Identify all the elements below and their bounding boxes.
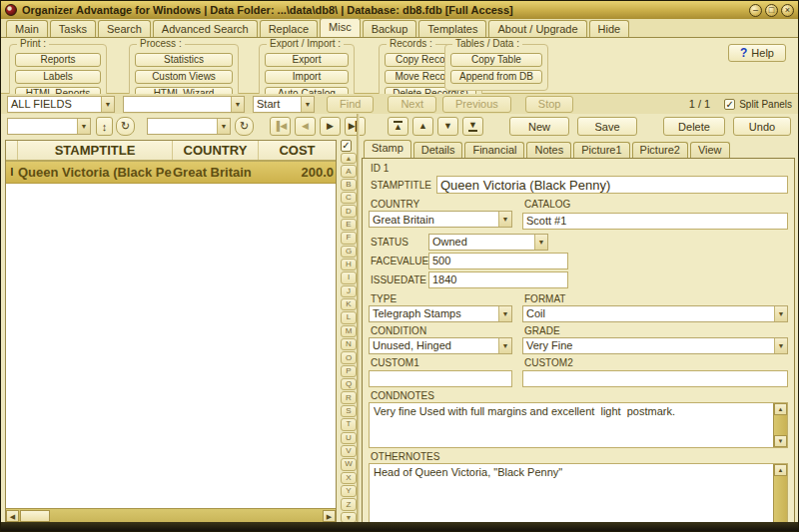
match-mode-combo[interactable]: Start ▼ xyxy=(253,96,315,113)
custom1-input[interactable] xyxy=(369,370,512,387)
alphabet-letter-button[interactable]: S xyxy=(341,405,357,417)
export-button[interactable]: Export xyxy=(265,53,349,67)
alphabet-letter-button[interactable]: V xyxy=(341,445,357,457)
new-button[interactable]: New xyxy=(509,117,569,136)
alphabet-letter-button[interactable]: Z xyxy=(341,498,357,510)
alphabet-letter-button[interactable]: H xyxy=(341,259,357,270)
maximize-button[interactable]: □ xyxy=(765,4,778,17)
refresh-button-2[interactable]: ↻ xyxy=(235,117,254,136)
import-button[interactable]: Import xyxy=(265,70,349,84)
alphabet-up-button[interactable]: ▲ xyxy=(341,153,357,164)
alphabet-letter-button[interactable]: T xyxy=(341,418,357,430)
nav-prev-button[interactable]: ◀ xyxy=(295,117,316,136)
custom-views-button[interactable]: Custom Views xyxy=(135,70,233,84)
alphabet-letter-button[interactable]: B xyxy=(341,179,357,191)
chevron-down-icon[interactable]: ▼ xyxy=(498,212,511,227)
condition-combo[interactable]: Unused, Hinged ▼ xyxy=(369,337,512,354)
detail-tab-notes[interactable]: Notes xyxy=(526,142,571,158)
sort-button[interactable]: ↕ xyxy=(96,117,113,136)
field-selector-combo[interactable]: ALL FIELDS ▼ xyxy=(7,96,115,113)
detail-tab-view[interactable]: View xyxy=(690,142,730,158)
chevron-down-icon[interactable]: ▼ xyxy=(301,97,314,112)
tab-backup[interactable]: Backup xyxy=(363,20,417,37)
condnotes-scrollbar[interactable]: ▲ ▼ xyxy=(773,403,787,447)
scroll-right-icon[interactable]: ▶ xyxy=(323,510,336,522)
alphabet-letter-button[interactable]: D xyxy=(341,205,357,217)
stamptitle-column-header[interactable]: STAMPTITLE xyxy=(18,141,173,160)
chevron-down-icon[interactable]: ▼ xyxy=(101,97,114,112)
filter-combo-2[interactable]: ▼ xyxy=(147,118,231,135)
tab-misc[interactable]: Misc xyxy=(320,18,361,37)
scroll-up-icon[interactable]: ▲ xyxy=(774,464,787,476)
record-next-button[interactable]: ▼ xyxy=(437,117,458,136)
scroll-down-icon[interactable]: ▼ xyxy=(774,435,787,447)
chevron-down-icon[interactable]: ▼ xyxy=(534,235,547,250)
alphabet-letter-button[interactable]: P xyxy=(341,365,357,377)
minimize-button[interactable]: – xyxy=(749,4,762,17)
alphabet-letter-button[interactable]: E xyxy=(341,219,357,231)
copy-table-button[interactable]: Copy Table xyxy=(450,53,542,67)
alphabet-letter-button[interactable]: G xyxy=(341,246,357,258)
alphabet-letter-button[interactable]: A xyxy=(341,165,357,177)
cost-column-header[interactable]: COST xyxy=(259,141,336,160)
type-combo[interactable]: Telegraph Stamps ▼ xyxy=(369,305,512,322)
split-panels-checkbox[interactable]: ✓ xyxy=(724,99,735,110)
table-row[interactable]: I Queen Victoria (Black Pe Great Britain… xyxy=(6,162,336,184)
alphabet-letter-button[interactable]: C xyxy=(341,192,357,204)
format-combo[interactable]: Coil ▼ xyxy=(522,305,788,322)
chevron-down-icon[interactable]: ▼ xyxy=(77,119,90,134)
help-button[interactable]: ? Help xyxy=(728,44,786,62)
alphabet-letter-button[interactable]: J xyxy=(341,285,357,297)
tab-hide[interactable]: Hide xyxy=(589,20,630,37)
scroll-left-icon[interactable]: ◀ xyxy=(6,510,19,522)
detail-tab-picture2[interactable]: Picture2 xyxy=(632,142,688,158)
tab-templates[interactable]: Templates xyxy=(418,20,486,37)
custom2-input[interactable] xyxy=(522,370,788,387)
alphabet-letter-button[interactable]: Y xyxy=(341,485,357,497)
alphabet-letter-button[interactable]: N xyxy=(341,338,357,350)
next-button[interactable]: Next xyxy=(388,96,436,113)
tab-replace[interactable]: Replace xyxy=(260,20,318,37)
chevron-down-icon[interactable]: ▼ xyxy=(231,97,244,112)
chevron-down-icon[interactable]: ▼ xyxy=(774,338,787,353)
chevron-down-icon[interactable]: ▼ xyxy=(498,338,511,353)
alphabet-letter-button[interactable]: W xyxy=(341,458,357,470)
country-combo[interactable]: Great Britain ▼ xyxy=(369,211,512,228)
stop-button[interactable]: Stop xyxy=(525,96,574,113)
table-h-scrollbar[interactable]: ◀ ▶ xyxy=(6,508,336,522)
tab-tasks[interactable]: Tasks xyxy=(50,20,96,37)
alphabet-letter-button[interactable]: O xyxy=(341,351,357,363)
condnotes-textarea[interactable]: Very fine Used with full margins and exc… xyxy=(369,402,788,448)
nav-next-button[interactable]: ▶ xyxy=(320,117,341,136)
record-first-button[interactable]: ▲ xyxy=(388,117,408,136)
alphabet-letter-button[interactable]: K xyxy=(341,298,357,310)
alphabet-letter-button[interactable]: U xyxy=(341,432,357,444)
statistics-button[interactable]: Statistics xyxy=(135,53,233,67)
alphabet-letter-button[interactable]: F xyxy=(341,232,357,244)
filter-combo-1[interactable]: ▼ xyxy=(7,118,91,135)
record-prev-button[interactable]: ▲ xyxy=(412,117,433,136)
record-last-button[interactable]: ▼ xyxy=(462,117,483,136)
detail-tab-picture1[interactable]: Picture1 xyxy=(573,142,629,158)
catalog-input[interactable] xyxy=(522,213,788,230)
country-column-header[interactable]: COUNTRY xyxy=(173,141,259,160)
reports-button[interactable]: Reports xyxy=(15,53,101,67)
issuedate-input[interactable] xyxy=(428,271,568,288)
find-button[interactable]: Find xyxy=(327,96,374,113)
alphabet-letter-button[interactable]: I xyxy=(341,271,357,283)
grade-combo[interactable]: Very Fine ▼ xyxy=(522,337,788,354)
scrollbar-thumb[interactable] xyxy=(20,510,50,522)
facevalue-input[interactable] xyxy=(428,253,568,269)
tab-search[interactable]: Search xyxy=(98,20,151,37)
append-from-db-button[interactable]: Append from DB xyxy=(450,70,542,84)
tab-main[interactable]: Main xyxy=(6,20,48,37)
alphabet-letter-button[interactable]: M xyxy=(341,325,357,337)
alphabet-letter-button[interactable]: R xyxy=(341,391,357,403)
labels-button[interactable]: Labels xyxy=(15,70,101,84)
chevron-down-icon[interactable]: ▼ xyxy=(498,306,511,321)
detail-tab-details[interactable]: Details xyxy=(413,142,463,158)
alphabet-letter-button[interactable]: L xyxy=(341,311,357,323)
tab-about-upgrade[interactable]: About / Upgrade xyxy=(488,20,586,37)
tab-advanced-search[interactable]: Advanced Search xyxy=(153,20,258,37)
nav-last-button[interactable]: ▶▌ xyxy=(345,117,366,136)
